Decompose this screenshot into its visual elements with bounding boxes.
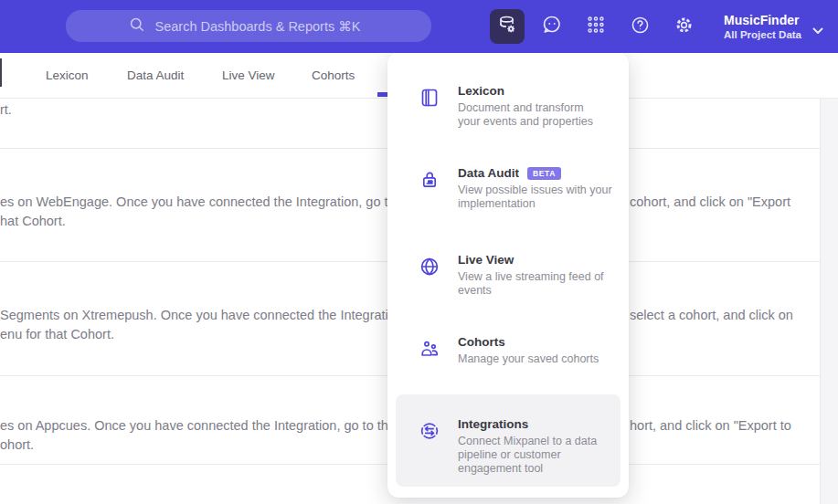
search-icon: [128, 16, 146, 37]
database-gear-icon: [496, 14, 518, 39]
feedback-button[interactable]: [539, 0, 565, 53]
grid-dots-icon: [586, 15, 606, 38]
global-search[interactable]: [66, 10, 431, 42]
help-icon: [630, 15, 651, 39]
sync-arrows-icon: [419, 420, 440, 476]
apps-grid-button[interactable]: [583, 0, 609, 53]
menu-item-integrations[interactable]: Integrations Connect Mixpanel to a data …: [419, 417, 614, 476]
menu-item-description: pipeline or customer: [458, 448, 597, 462]
appcues-row-line1: es on Appcues. Once you have connected t…: [0, 416, 410, 436]
webengage-row-line2: hat Cohort.: [0, 212, 66, 231]
menu-item-description: events: [458, 284, 604, 298]
top-nav-bar: MusicFinder All Project Data: [0, 0, 838, 53]
menu-item-lexicon[interactable]: Lexicon Document and transform your even…: [419, 84, 614, 129]
menu-item-description: your events and properties: [458, 115, 593, 129]
menu-item-description: engagement tool: [458, 462, 597, 476]
project-name: MusicFinder: [724, 13, 799, 28]
data-management-dropdown: Lexicon Document and transform your even…: [387, 52, 629, 498]
webengage-row-right: cohort, and click on "Export: [630, 193, 790, 212]
tab-cohorts[interactable]: Cohorts: [312, 53, 355, 99]
tab-data-audit[interactable]: Data Audit: [127, 53, 184, 99]
webengage-row-line1: es on WebEngage. Once you have connected…: [0, 193, 418, 212]
people-icon: [419, 338, 440, 366]
scrollbar-track[interactable]: [820, 99, 838, 504]
feedback-smiley-icon: [541, 14, 563, 39]
tab-lexicon[interactable]: Lexicon: [46, 53, 89, 99]
menu-item-title: Cohorts: [458, 335, 505, 350]
menu-item-title: Integrations: [458, 417, 528, 432]
chevron-down-icon: [812, 22, 823, 38]
xtremepush-row-line2: enu for that Cohort.: [0, 325, 114, 344]
xtremepush-row-right: select a cohort, and click on: [630, 306, 793, 325]
menu-item-title: Live View: [458, 253, 514, 268]
menu-item-description: Connect Mixpanel to a data: [458, 435, 597, 448]
gear-icon: [674, 15, 695, 39]
menu-item-description: View a live streaming feed of: [458, 270, 604, 284]
appcues-row-right: hort, and click on "Export to: [630, 416, 791, 436]
tab-live-view[interactable]: Live View: [222, 53, 275, 99]
project-switcher[interactable]: MusicFinder All Project Data: [724, 0, 801, 53]
lock-audit-icon: [419, 169, 440, 211]
project-scope: All Project Data: [724, 28, 801, 41]
help-button[interactable]: [627, 0, 652, 53]
beta-badge: BETA: [527, 167, 561, 180]
globe-icon: [419, 256, 440, 298]
data-management-button[interactable]: [490, 9, 525, 44]
appcues-row-line2: ohort.: [0, 436, 34, 455]
search-input[interactable]: [155, 19, 370, 34]
mixpanel-app: rt. es on WebEngage. Once you have conne…: [0, 0, 838, 504]
menu-item-title: Data Audit: [458, 166, 519, 181]
book-icon: [419, 87, 440, 129]
settings-button[interactable]: [671, 0, 696, 53]
menu-item-data-audit[interactable]: Data Audit BETA View possible issues wit…: [419, 166, 614, 211]
menu-item-description: View possible issues with your: [458, 184, 612, 197]
clipped-text-row1: rt.: [0, 100, 12, 120]
menu-item-description: Manage your saved cohorts: [458, 352, 599, 366]
menu-item-live-view[interactable]: Live View View a live streaming feed of …: [419, 253, 614, 298]
menu-item-description: implementation: [458, 197, 612, 211]
menu-item-description: Document and transform: [458, 101, 593, 115]
menu-item-title: Lexicon: [458, 84, 504, 99]
menu-item-cohorts[interactable]: Cohorts Manage your saved cohorts: [419, 335, 614, 366]
clipped-edge-element: [0, 58, 2, 87]
xtremepush-row-line1: Segments on Xtremepush. Once you have co…: [0, 306, 407, 325]
